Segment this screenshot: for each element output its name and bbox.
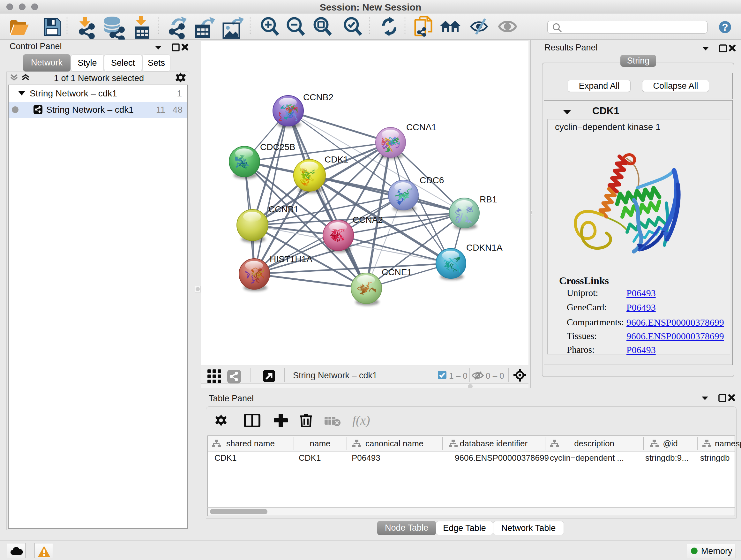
svg-text:CCNB2: CCNB2 — [303, 92, 333, 102]
svg-text:HIST1H1A: HIST1H1A — [270, 254, 313, 264]
svg-text:?: ? — [722, 21, 728, 33]
svg-text:CDK1: CDK1 — [325, 154, 348, 165]
svg-text:f(x): f(x) — [352, 414, 370, 427]
svg-text:CCNA1: CCNA1 — [406, 122, 436, 132]
svg-text:RB1: RB1 — [480, 194, 497, 204]
svg-text:CDC25B: CDC25B — [260, 142, 295, 152]
svg-text:CCNA2: CCNA2 — [353, 215, 383, 225]
svg-text:CCNE1: CCNE1 — [382, 267, 412, 277]
svg-text:CDKN1A: CDKN1A — [466, 243, 502, 253]
svg-text:CDC6: CDC6 — [420, 175, 444, 185]
svg-text:CCNB1: CCNB1 — [268, 204, 299, 214]
